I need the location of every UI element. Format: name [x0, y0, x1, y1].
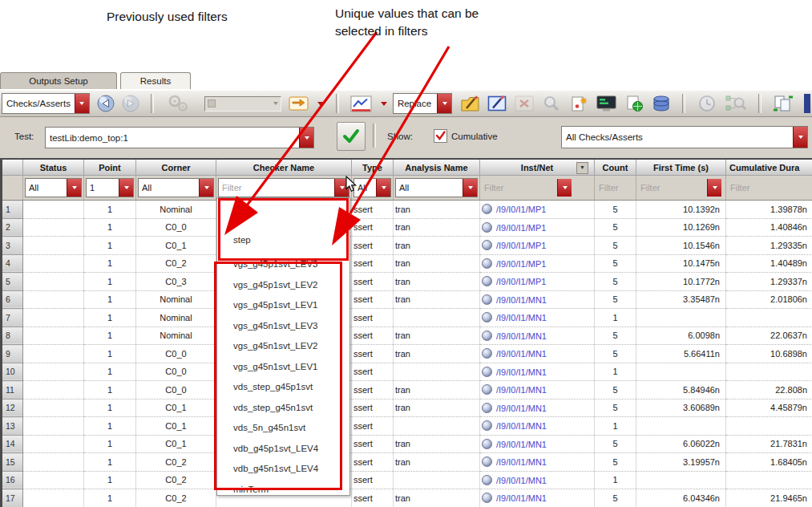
- cell-inst: /I9/I0/I1/MN1: [480, 453, 595, 472]
- column-header-inst-net[interactable]: Inst/Net ▼: [480, 159, 595, 176]
- column-header-status[interactable]: Status: [23, 159, 84, 176]
- table-row[interactable]: 51C0_3sserttran/I9/I0/I1/MP1510.1772n1.2…: [2, 273, 812, 291]
- column-header-type[interactable]: Type: [352, 159, 394, 176]
- cell-type: ssert: [352, 201, 394, 219]
- cell-point: 1: [84, 417, 136, 436]
- filter-value-item[interactable]: vgs_g45n1svt_LEV1: [217, 357, 349, 378]
- cell-point: 1: [84, 201, 136, 219]
- new-spec-icon[interactable]: [569, 95, 588, 112]
- swap-view-dropdown-icon[interactable]: [317, 100, 325, 107]
- mode-select[interactable]: Checks/Asserts: [2, 93, 90, 114]
- count-filter-input[interactable]: Filter: [595, 176, 636, 200]
- type-filter[interactable]: All: [353, 178, 391, 197]
- dropdown-arrow-icon[interactable]: [793, 127, 807, 148]
- inst-net-filter-input[interactable]: Filter: [480, 176, 594, 200]
- dropdown-arrow-icon[interactable]: [376, 179, 390, 197]
- cell-status: [23, 435, 84, 453]
- table-row[interactable]: 41C0_2sserttran/I9/I0/I1/MP1510.1475n1.4…: [2, 254, 812, 273]
- toolbar-field-disabled[interactable]: [204, 96, 281, 112]
- column-header-point[interactable]: Point: [84, 159, 136, 176]
- table-row[interactable]: 31C0_1sserttran/I9/I0/I1/MP1510.1546n1.2…: [2, 237, 812, 255]
- dropdown-arrow-icon[interactable]: [299, 128, 313, 148]
- cell-count: 5: [595, 273, 636, 291]
- table-row[interactable]: 61Nominalsserttran/I9/I0/I1/MN153.35487n…: [2, 290, 812, 309]
- cell-gut: 16: [2, 471, 23, 489]
- table-row[interactable]: 161C0_2ssert/I9/I0/I1/MN11: [2, 471, 812, 489]
- table-row[interactable]: 111C0_0sserttran/I9/I0/I1/MN155.84946n22…: [2, 381, 812, 400]
- analysis-name-filter[interactable]: All: [395, 178, 478, 197]
- edit-filter-icon[interactable]: [460, 95, 480, 112]
- table-row[interactable]: 131C0_1ssert/I9/I0/I1/MN11: [2, 417, 812, 436]
- plot-chart-dropdown-icon[interactable]: [381, 100, 388, 107]
- filter-value-item[interactable]: vds_5n_g45n1svt: [217, 418, 349, 439]
- table-row[interactable]: 11Nominalsserttran/I9/I0/I1/MP1510.1392n…: [2, 201, 812, 219]
- filter-value-item[interactable]: vgs_g45n1svt_LEV2: [217, 336, 349, 357]
- cumulative-filter-input[interactable]: Filter: [726, 176, 812, 200]
- status-filter[interactable]: All: [25, 178, 82, 197]
- filter-value-item[interactable]: vgs_g45p1svt_LEV3: [217, 254, 349, 275]
- dropdown-arrow-icon[interactable]: [75, 94, 89, 113]
- replace-select[interactable]: Replace: [393, 93, 452, 114]
- table-row[interactable]: 81Nominalsserttran/I9/I0/I1/MN156.0098n2…: [2, 327, 812, 345]
- point-filter[interactable]: 1: [86, 178, 134, 197]
- column-header-corner[interactable]: Corner: [136, 159, 216, 176]
- cell-gut: 14: [2, 435, 23, 453]
- dropdown-arrow-icon[interactable]: [334, 179, 349, 197]
- column-header-checker-name[interactable]: Checker Name: [216, 159, 352, 176]
- tab-outputs-setup[interactable]: Outputs Setup: [0, 72, 117, 89]
- filter-value-item[interactable]: vgs_g45p1svt_LEV1: [217, 295, 349, 316]
- filter-value-item[interactable]: vgs_g45p1svt_LEV2: [217, 275, 349, 296]
- table-row[interactable]: 121C0_1sserttran/I9/I0/I1/MN153.60689n4.…: [2, 399, 812, 417]
- table-row[interactable]: 101C0_0ssert/I9/I0/I1/MN11: [2, 363, 812, 381]
- filter-history-item[interactable]: step: [217, 226, 349, 254]
- copy-results-icon[interactable]: [773, 95, 794, 112]
- display-monitor-icon[interactable]: [596, 95, 617, 112]
- dropdown-arrow-icon[interactable]: [707, 179, 721, 197]
- dropdown-arrow-icon[interactable]: [119, 179, 133, 197]
- cell-inst: /I9/I0/I1/MP1: [480, 218, 595, 237]
- dropdown-arrow-icon[interactable]: [199, 179, 213, 197]
- table-row[interactable]: 91C0_0sserttran/I9/I0/I1/MN155.66411n10.…: [2, 345, 812, 363]
- cell-corner: Nominal: [136, 327, 216, 345]
- filter-value-item[interactable]: vds_step_g45n1svt: [217, 398, 349, 419]
- tab-results[interactable]: Results: [120, 72, 191, 89]
- filter-history-list: chkstep: [217, 198, 349, 254]
- table-row[interactable]: 21C0_0sserttran/I9/I0/I1/MP1510.1269n1.4…: [2, 218, 812, 237]
- column-header-analysis-name[interactable]: Analysis Name: [394, 159, 480, 176]
- corner-filter[interactable]: All: [138, 178, 214, 197]
- filter-value-item[interactable]: vds_step_g45p1svt: [217, 377, 349, 398]
- cell-count: 5: [595, 237, 636, 255]
- first-time-filter-input[interactable]: Filter: [636, 176, 725, 200]
- filter-value-item[interactable]: vgs_g45n1svt_LEV3: [217, 316, 349, 337]
- dropdown-arrow-icon[interactable]: [437, 94, 451, 113]
- filter-value-item[interactable]: vdb_g45n1svt_LEV4: [217, 459, 349, 480]
- database-icon[interactable]: [652, 95, 671, 112]
- back-icon[interactable]: [97, 95, 115, 112]
- export-doc-icon[interactable]: [624, 95, 644, 112]
- dropdown-arrow-icon[interactable]: [463, 179, 477, 197]
- table-row[interactable]: 171C0_2sserttran/I9/I0/I1/MN156.04346n21…: [2, 489, 812, 507]
- table-row[interactable]: 141C0_1sserttran/I9/I0/I1/MN156.06022n21…: [2, 435, 812, 453]
- checks-filter-select[interactable]: All Checks/Asserts: [561, 126, 808, 148]
- apply-check-button[interactable]: [337, 122, 366, 151]
- filter-history-item[interactable]: chk: [217, 198, 349, 226]
- dropdown-arrow-icon[interactable]: [67, 179, 81, 197]
- cumulative-checkbox[interactable]: [434, 129, 447, 143]
- sort-indicator-icon[interactable]: ▼: [576, 162, 588, 174]
- swap-view-icon[interactable]: [289, 95, 309, 112]
- column-header-count[interactable]: Count: [595, 159, 636, 176]
- plot-chart-icon[interactable]: [350, 95, 372, 112]
- checker-name-filter-input[interactable]: Filter: [218, 178, 349, 197]
- cell-cum: [726, 471, 812, 489]
- filter-value-item[interactable]: vdb_g45p1svt_LEV4: [217, 439, 349, 460]
- cell-cum: [726, 309, 812, 327]
- test-select[interactable]: testLib:demo_top:1: [45, 127, 314, 148]
- dropdown-arrow-icon[interactable]: [557, 179, 572, 197]
- partial-icon[interactable]: [801, 93, 810, 114]
- table-row[interactable]: 151C0_2sserttran/I9/I0/I1/MN153.19957n1.…: [2, 453, 812, 472]
- column-header-cumulative-duration[interactable]: Cumulative Dura: [726, 159, 812, 176]
- filter-value-item[interactable]: minTerm: [217, 480, 349, 497]
- edit-expression-icon[interactable]: [487, 95, 507, 112]
- column-header-first-time[interactable]: First Time (s): [636, 159, 726, 176]
- table-row[interactable]: 71Nominalssert/I9/I0/I1/MN11: [2, 309, 812, 327]
